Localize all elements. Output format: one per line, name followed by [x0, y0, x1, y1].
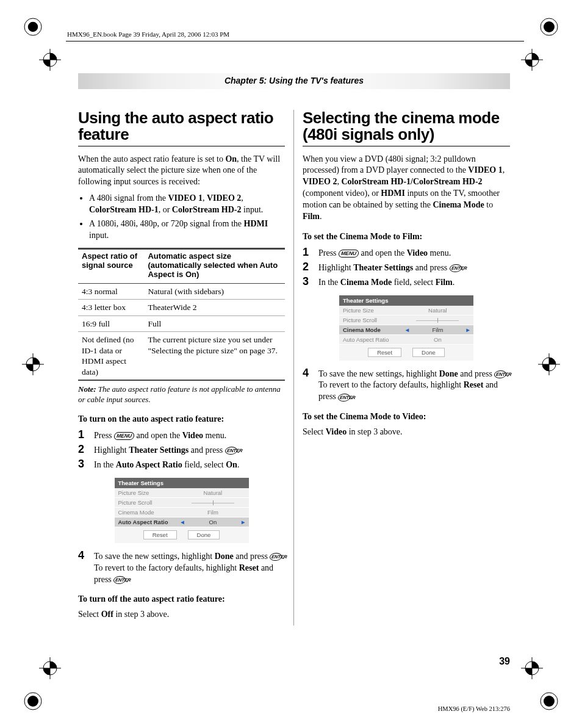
done-button: Done: [412, 348, 445, 357]
table-row: 16:9 fullFull: [78, 315, 285, 332]
enter-button-icon: ENTER: [337, 394, 351, 402]
menu-row: Picture SizeNatural: [339, 306, 473, 315]
aspect-ratio-table: Aspect ratio of signal source Automatic …: [78, 248, 285, 381]
list-item: A 480i signal from the VIDEO 1, VIDEO 2,…: [89, 193, 285, 216]
crop-mark-icon: [538, 16, 560, 38]
enter-button-icon: ENTER: [269, 553, 282, 561]
registration-mark-icon: [39, 657, 61, 679]
subhead-turn-on: To turn on the auto aspect ratio feature…: [78, 414, 285, 425]
done-button: Done: [188, 530, 220, 539]
footer-code: HMX96 (E/F) Web 213:276: [438, 705, 510, 712]
steps-save: 4To save the new settings, highlight Don…: [78, 550, 285, 586]
menu-row: Picture Scroll: [115, 498, 249, 508]
arrow-right-icon: ►: [463, 326, 473, 333]
steps-turn-on: 1Press MENU and open the Video menu. 2Hi…: [78, 429, 285, 471]
section-heading-auto-aspect: Using the auto aspect ratio feature: [78, 110, 285, 143]
step-item: 1Press MENU and open the Video menu.: [303, 247, 510, 259]
svg-point-6: [27, 696, 38, 707]
svg-point-8: [544, 696, 555, 707]
menu-button-icon: MENU: [113, 432, 135, 440]
tv-menu-screenshot: Theater Settings Picture SizeNatural Pic…: [114, 477, 250, 544]
table-row: 4:3 letter boxTheaterWide 2: [78, 300, 285, 316]
menu-row-highlighted: Auto Aspect Ratio◄On►: [115, 517, 249, 527]
svg-point-4: [544, 21, 555, 32]
step-item: 2Highlight Theater Settings and press EN…: [303, 261, 510, 274]
registration-mark-icon: [39, 49, 61, 71]
reset-button: Reset: [368, 348, 401, 357]
step-item: 2Highlight Theater Settings and press EN…: [78, 444, 285, 456]
crop-mark-icon: [22, 690, 44, 712]
step-item: 3In the Auto Aspect Ratio field, select …: [78, 458, 285, 471]
step-item: 3In the Cinema Mode field, select Film.: [303, 276, 510, 289]
registration-mark-icon: [538, 353, 560, 375]
header-filename: HMX96_EN.book Page 39 Friday, April 28, …: [67, 31, 229, 38]
subhead-turn-off: To turn off the auto aspect ratio featur…: [78, 594, 285, 605]
arrow-left-icon: ◄: [177, 519, 187, 525]
menu-title: Theater Settings: [339, 295, 473, 306]
menu-row: Auto Aspect RatioOn: [339, 335, 473, 345]
steps-set-film: 1Press MENU and open the Video menu. 2Hi…: [303, 247, 510, 289]
step-item: 4To save the new settings, highlight Don…: [78, 550, 285, 586]
menu-button-icon: MENU: [338, 250, 359, 258]
slider-icon: [192, 501, 234, 505]
menu-row: Cinema ModeFilm: [115, 508, 249, 517]
chapter-banner: Chapter 5: Using the TV's features: [78, 73, 510, 89]
th-auto-aspect: Automatic aspect size (automatically sel…: [144, 248, 285, 283]
menu-title: Theater Settings: [115, 478, 249, 488]
note-text: Note: The auto aspect ratio feature is n…: [78, 384, 285, 405]
tv-menu-screenshot: Theater Settings Picture SizeNatural Pic…: [339, 295, 474, 361]
registration-mark-icon: [22, 353, 44, 375]
turn-off-text: Select Off in step 3 above.: [78, 609, 285, 621]
step-item: 1Press MENU and open the Video menu.: [78, 429, 285, 442]
table-row: Not defined (no ID-1 data or HDMI aspect…: [78, 332, 285, 381]
arrow-right-icon: ►: [238, 519, 248, 525]
registration-mark-icon: [521, 657, 543, 679]
slider-icon: [416, 319, 459, 322]
reset-button: Reset: [143, 530, 177, 539]
enter-button-icon: ENTER: [225, 447, 238, 455]
crop-mark-icon: [538, 690, 560, 712]
set-video-text: Select Video in step 3 above.: [303, 427, 510, 438]
subhead-set-film: To set the Cinema Mode to Film:: [303, 231, 510, 243]
registration-mark-icon: [521, 49, 543, 71]
crop-mark-icon: [22, 16, 44, 38]
header-rule: [66, 41, 524, 41]
step-item: 4To save the new settings, highlight Don…: [303, 367, 510, 403]
intro-paragraph: When you view a DVD (480i signal; 3:2 pu…: [303, 154, 510, 223]
list-item: A 1080i, 480i, 480p, or 720p signal from…: [89, 218, 285, 242]
input-sources-list: A 480i signal from the VIDEO 1, VIDEO 2,…: [81, 193, 285, 242]
heading-rule: [303, 146, 510, 146]
arrow-left-icon: ◄: [402, 326, 412, 333]
steps-save: 4To save the new settings, highlight Don…: [303, 367, 510, 403]
intro-paragraph: When the auto aspect ratio feature is se…: [78, 154, 285, 189]
enter-button-icon: ENTER: [449, 264, 462, 272]
enter-button-icon: ENTER: [113, 576, 126, 584]
menu-row: Picture SizeNatural: [115, 488, 249, 498]
menu-row: Picture Scroll: [339, 315, 473, 325]
page-number: 39: [499, 656, 510, 667]
th-signal-source: Aspect ratio of signal source: [78, 248, 144, 283]
table-row: 4:3 normalNatural (with sidebars): [78, 283, 285, 300]
section-heading-cinema-mode: Selecting the cinema mode (480i signals …: [303, 110, 510, 143]
enter-button-icon: ENTER: [494, 370, 507, 378]
subhead-set-video: To set the Cinema Mode to Video:: [303, 411, 510, 423]
menu-row-highlighted: Cinema Mode◄Film►: [339, 325, 473, 335]
heading-rule: [78, 146, 285, 146]
